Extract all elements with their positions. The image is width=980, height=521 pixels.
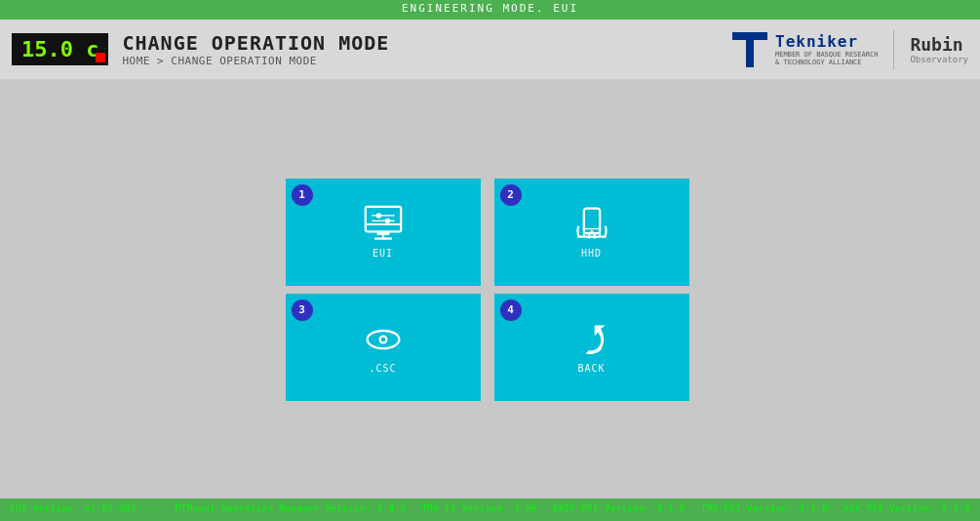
csc-icon — [361, 320, 406, 359]
tekniker-sub-text: MEMBER OF BASQUE RESEARCH& TECHNOLOGY AL… — [775, 51, 878, 67]
engineering-bar-text: ENGINEERING MODE. EUI — [402, 2, 578, 15]
rubin-observatory-text: Rubin — [910, 34, 968, 55]
svg-point-20 — [380, 338, 385, 342]
svg-rect-0 — [732, 32, 767, 40]
card-back-label: BACK — [577, 363, 605, 374]
content-wrapper: 1 EUI 2 — [0, 80, 980, 499]
back-icon — [569, 320, 614, 359]
tekniker-text-block: Tekniker MEMBER OF BASQUE RESEARCH& TECH… — [775, 32, 878, 67]
tma-pxi-version: TMA PXI Version: 3.1.0 — [701, 503, 828, 513]
engineering-bar: ENGINEERING MODE. EUI — [0, 0, 980, 17]
header: 15.0 c CHANGE OPERATION MODE HOME > CHAN… — [0, 17, 980, 80]
red-dot-indicator — [96, 53, 105, 62]
card-csc-label: .CSC — [369, 363, 396, 374]
card-back[interactable]: 4 BACK — [494, 294, 689, 401]
breadcrumb: HOME > CHANGE OPERATION MODE — [122, 55, 732, 67]
svg-point-10 — [384, 219, 389, 223]
rubin-text-block: Rubin Observatory — [910, 34, 968, 64]
mtmount-version: MTMount Operation Manager Version: 3.4.6 — [176, 503, 407, 513]
tekniker-logo-icon — [732, 32, 767, 67]
svg-rect-1 — [746, 40, 754, 67]
card-number-4: 4 — [500, 300, 522, 321]
mode-grid: 1 EUI 2 — [286, 179, 695, 401]
eui-version: EUI Version: v1.03-982-... — [10, 503, 160, 513]
title-block: CHANGE OPERATION MODE HOME > CHANGE OPER… — [122, 31, 732, 67]
tma-is-version: TMA IS Version: 3.00 — [421, 503, 536, 513]
rubin-observatory-sub: Observatory — [910, 55, 968, 64]
status-bar: EUI Version: v1.03-982-... MTMount Opera… — [0, 499, 980, 518]
card-csc[interactable]: 3 .CSC — [286, 294, 481, 401]
version-badge: 15.0 c — [12, 33, 108, 65]
svg-rect-2 — [365, 207, 400, 231]
card-eui[interactable]: 1 EUI — [286, 179, 481, 286]
hhd-icon — [569, 205, 614, 244]
version-text: 15.0 c — [21, 37, 98, 61]
page-title: CHANGE OPERATION MODE — [122, 31, 732, 55]
svg-point-13 — [590, 230, 593, 233]
card-hhd-label: HHD — [581, 248, 602, 259]
aux-pxi-version: AUX PXI Version: 3.1.0 — [843, 503, 970, 513]
svg-point-8 — [375, 213, 380, 218]
logo-block: Tekniker MEMBER OF BASQUE RESEARCH& TECH… — [732, 30, 968, 69]
eui-icon — [361, 205, 406, 244]
axes-pxi-version: AXES PXI Version: 3.1.0 — [553, 503, 686, 513]
svg-rect-11 — [583, 209, 599, 233]
logo-divider — [893, 30, 894, 69]
svg-rect-4 — [376, 231, 389, 235]
card-eui-label: EUI — [372, 248, 393, 259]
card-number-3: 3 — [292, 300, 313, 321]
card-number-2: 2 — [500, 184, 522, 206]
tekniker-brand-text: Tekniker — [775, 32, 878, 51]
card-number-1: 1 — [292, 184, 313, 206]
card-hhd[interactable]: 2 HHD — [494, 179, 689, 286]
